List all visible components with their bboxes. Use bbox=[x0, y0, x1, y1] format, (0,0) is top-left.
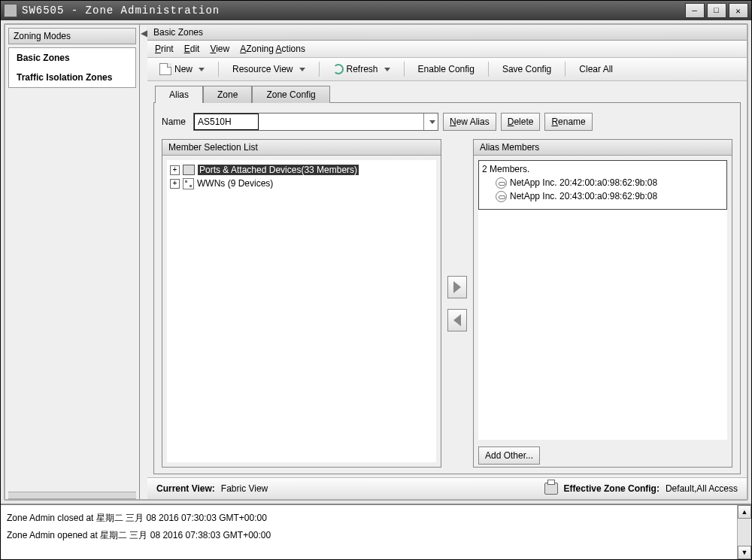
toolbar-clear-all[interactable]: Clear All bbox=[573, 62, 619, 77]
chevron-down-icon bbox=[429, 120, 435, 124]
maximize-button[interactable]: □ bbox=[707, 3, 726, 18]
tab-alias[interactable]: Alias bbox=[155, 86, 203, 103]
minimize-button[interactable]: — bbox=[685, 3, 705, 18]
toolbar-separator bbox=[488, 62, 489, 77]
menu-print[interactable]: Print bbox=[155, 44, 174, 54]
new-alias-button[interactable]: New Alias bbox=[443, 113, 496, 131]
close-button[interactable]: ✕ bbox=[729, 3, 748, 18]
toolbar-separator bbox=[565, 62, 566, 77]
vertical-splitter[interactable]: ◀ bbox=[140, 25, 147, 499]
menu-view[interactable]: View bbox=[210, 44, 229, 54]
sidebar-splitter-handle[interactable] bbox=[8, 492, 136, 499]
chevron-down-icon bbox=[384, 68, 390, 71]
alias-name-value: AS510H bbox=[194, 114, 259, 130]
effective-zone-value: Default,All Access bbox=[666, 483, 738, 494]
current-view-label: Current View: bbox=[156, 483, 215, 494]
member-selection-header: Member Selection List bbox=[162, 140, 441, 156]
transfer-buttons bbox=[446, 139, 468, 468]
rename-button[interactable]: Rename bbox=[544, 113, 592, 131]
add-other-button[interactable]: Add Other... bbox=[478, 446, 540, 465]
log-text[interactable]: Zone Admin closed at 星期二 三月 08 2016 07:3… bbox=[1, 505, 737, 559]
sidebar-list: Basic Zones Traffic Isolation Zones bbox=[8, 47, 136, 88]
refresh-icon bbox=[333, 64, 344, 74]
lists-row: Member Selection List + Ports & Attached… bbox=[162, 139, 732, 468]
member-selection-panel: Member Selection List + Ports & Attached… bbox=[162, 139, 441, 468]
expand-icon[interactable]: + bbox=[170, 179, 180, 189]
main-panel: Basic Zones Print Edit View AZoning Acti… bbox=[147, 25, 747, 499]
tabstrip: Alias Zone Zone Config bbox=[147, 84, 747, 102]
tabpage-alias: Name AS510H New Alias Delete Rename Memb… bbox=[153, 102, 741, 474]
toolbar-save-config[interactable]: Save Config bbox=[496, 62, 557, 77]
chevron-down-icon bbox=[199, 68, 205, 71]
toolbar-new[interactable]: New bbox=[153, 61, 211, 77]
panel-title: Basic Zones bbox=[147, 25, 747, 41]
new-icon bbox=[159, 63, 171, 75]
effective-zone-label: Effective Zone Config: bbox=[564, 483, 660, 494]
sidebar-spacer bbox=[8, 91, 136, 489]
scroll-down-button[interactable]: ▼ bbox=[738, 546, 751, 559]
combo-dropdown-button[interactable] bbox=[423, 114, 438, 130]
tree-row-wwns[interactable]: + WWNs (9 Devices) bbox=[170, 177, 433, 190]
name-row: Name AS510H New Alias Delete Rename bbox=[162, 110, 732, 133]
printer-icon[interactable] bbox=[544, 483, 558, 495]
tree-row-ports[interactable]: + Ports & Attached Devices(33 Members) bbox=[170, 163, 433, 177]
titlebar: SW6505 - Zone Administration — □ ✕ bbox=[1, 1, 751, 20]
current-view-value: Fabric View bbox=[221, 483, 268, 494]
toolbar-resource-view-label: Resource View bbox=[232, 64, 293, 74]
toolbar-separator bbox=[319, 62, 320, 77]
toolbar-new-label: New bbox=[174, 64, 193, 74]
scroll-up-button[interactable]: ▲ bbox=[738, 505, 751, 519]
app-icon bbox=[4, 4, 17, 17]
alias-name-combo[interactable]: AS510H bbox=[193, 113, 438, 131]
alias-members-box[interactable]: 2 Members. NetApp Inc. 20:42:00:a0:98:62… bbox=[478, 160, 727, 210]
tab-zone[interactable]: Zone bbox=[203, 86, 252, 103]
main-split: Zoning Modes Basic Zones Traffic Isolati… bbox=[4, 23, 748, 501]
chevron-down-icon bbox=[299, 68, 305, 71]
member-row[interactable]: NetApp Inc. 20:42:00:a0:98:62:9b:08 bbox=[482, 176, 723, 189]
ports-icon bbox=[183, 165, 195, 175]
menubar: Print Edit View AZoning Actions bbox=[147, 41, 747, 58]
alias-members-panel: Alias Members 2 Members. NetApp Inc. 20:… bbox=[473, 139, 732, 468]
tree-label-wwns: WWNs (9 Devices) bbox=[197, 178, 273, 189]
sidebar-item-basic-zones[interactable]: Basic Zones bbox=[9, 48, 135, 68]
expand-icon[interactable]: + bbox=[170, 165, 180, 175]
toolbar-refresh-label: Refresh bbox=[347, 64, 378, 74]
alias-members-body: 2 Members. NetApp Inc. 20:42:00:a0:98:62… bbox=[478, 160, 727, 440]
sidebar: Zoning Modes Basic Zones Traffic Isolati… bbox=[5, 25, 140, 499]
sidebar-item-traffic-isolation[interactable]: Traffic Isolation Zones bbox=[9, 68, 135, 87]
wwn-icon bbox=[183, 178, 194, 189]
name-label: Name bbox=[162, 117, 186, 127]
statusbar: Current View: Fabric View Effective Zone… bbox=[147, 477, 747, 499]
menu-zoning-actions[interactable]: AZoning Actions bbox=[240, 44, 305, 54]
member-label: NetApp Inc. 20:42:00:a0:98:62:9b:08 bbox=[510, 177, 657, 188]
arrow-left-icon bbox=[453, 314, 461, 326]
device-icon bbox=[496, 177, 507, 189]
remove-member-button[interactable] bbox=[447, 309, 467, 331]
sidebar-header: Zoning Modes bbox=[8, 28, 136, 44]
toolbar-separator bbox=[404, 62, 405, 77]
log-scrollbar[interactable]: ▲ ▼ bbox=[737, 505, 751, 559]
tab-zone-config[interactable]: Zone Config bbox=[252, 86, 329, 103]
add-member-button[interactable] bbox=[447, 276, 467, 298]
toolbar-resource-view[interactable]: Resource View bbox=[226, 62, 311, 77]
arrow-right-icon bbox=[453, 281, 461, 293]
toolbar-enable-config[interactable]: Enable Config bbox=[412, 62, 481, 77]
tree-label-ports: Ports & Attached Devices(33 Members) bbox=[198, 165, 359, 175]
toolbar: New Resource View Refresh Enable Config bbox=[147, 58, 747, 81]
menu-edit[interactable]: Edit bbox=[184, 44, 200, 54]
device-icon bbox=[496, 191, 507, 202]
delete-button[interactable]: Delete bbox=[501, 113, 541, 131]
toolbar-separator bbox=[218, 62, 219, 77]
log-area: Zone Admin closed at 星期二 三月 08 2016 07:3… bbox=[1, 504, 751, 559]
log-line: Zone Admin closed at 星期二 三月 08 2016 07:3… bbox=[7, 510, 731, 527]
members-count: 2 Members. bbox=[482, 162, 723, 176]
member-label: NetApp Inc. 20:43:00:a0:98:62:9b:08 bbox=[510, 191, 657, 201]
toolbar-refresh[interactable]: Refresh bbox=[327, 62, 396, 77]
alias-members-header: Alias Members bbox=[474, 140, 732, 156]
log-line: Zone Admin opened at 星期二 三月 08 2016 07:3… bbox=[7, 527, 731, 544]
member-row[interactable]: NetApp Inc. 20:43:00:a0:98:62:9b:08 bbox=[482, 189, 723, 203]
app-window: SW6505 - Zone Administration — □ ✕ Zonin… bbox=[0, 0, 752, 560]
member-selection-tree[interactable]: + Ports & Attached Devices(33 Members) +… bbox=[167, 160, 436, 462]
window-title: SW6505 - Zone Administration bbox=[22, 5, 685, 17]
